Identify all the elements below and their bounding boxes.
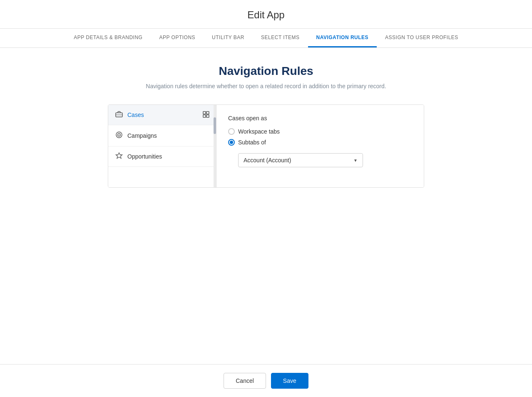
- radio-workspace-tabs-circle: [228, 128, 235, 135]
- page-header: Edit App: [0, 0, 532, 29]
- tab-navigation: APP DETAILS & BRANDING APP OPTIONS UTILI…: [0, 29, 532, 48]
- page-title: Edit App: [0, 9, 532, 21]
- tab-app-options[interactable]: APP OPTIONS: [151, 29, 204, 47]
- subtabs-dropdown[interactable]: Account (Account) ▼: [238, 153, 363, 167]
- section-subtitle: Navigation rules determine whether to op…: [146, 83, 386, 89]
- dropdown-arrow-icon: ▼: [353, 158, 358, 163]
- cases-label: Cases: [127, 112, 199, 118]
- radio-group: Workspace tabs Subtabs of Account (Accou…: [228, 128, 412, 167]
- cases-badge: [203, 111, 209, 119]
- radio-subtabs-of[interactable]: Subtabs of: [228, 139, 412, 146]
- subtabs-dropdown-container: Account (Account) ▼: [238, 153, 412, 167]
- scrollbar[interactable]: [214, 105, 216, 187]
- tab-assign-profiles[interactable]: ASSIGN TO USER PROFILES: [377, 29, 467, 47]
- detail-title: Cases open as: [228, 115, 412, 122]
- section-title: Navigation Rules: [219, 65, 313, 78]
- page-footer: Cancel Save: [0, 364, 532, 397]
- list-item-cases[interactable]: Cases: [108, 105, 216, 125]
- svg-rect-5: [206, 115, 209, 117]
- radio-subtabs-of-circle: [228, 139, 235, 146]
- scroll-thumb: [214, 117, 216, 134]
- main-content: Navigation Rules Navigation rules determ…: [0, 48, 532, 364]
- dropdown-value: Account (Account): [244, 157, 291, 164]
- svg-rect-3: [206, 112, 209, 114]
- radio-subtabs-of-label: Subtabs of: [238, 139, 266, 146]
- items-list: Cases C: [108, 105, 216, 187]
- cancel-button[interactable]: Cancel: [224, 373, 266, 389]
- tab-select-items[interactable]: SELECT ITEMS: [253, 29, 308, 47]
- opportunities-label: Opportunities: [127, 153, 209, 160]
- opportunities-icon: [115, 152, 123, 161]
- svg-point-8: [119, 134, 119, 135]
- cases-icon: [115, 111, 123, 119]
- tab-app-details[interactable]: APP DETAILS & BRANDING: [65, 29, 151, 47]
- tab-utility-bar[interactable]: UTILITY BAR: [204, 29, 253, 47]
- campaigns-label: Campaigns: [127, 132, 209, 139]
- nav-rules-panel: Cases C: [108, 104, 424, 188]
- radio-workspace-tabs[interactable]: Workspace tabs: [228, 128, 412, 135]
- svg-rect-4: [203, 115, 206, 117]
- list-item-campaigns[interactable]: Campaigns: [108, 125, 216, 146]
- radio-workspace-tabs-label: Workspace tabs: [238, 128, 280, 135]
- list-item-opportunities[interactable]: Opportunities: [108, 146, 216, 167]
- svg-rect-2: [203, 112, 206, 114]
- campaigns-icon: [115, 131, 123, 140]
- tab-navigation-rules[interactable]: NAVIGATION RULES: [308, 29, 377, 47]
- save-button[interactable]: Save: [271, 373, 308, 389]
- cases-detail: Cases open as Workspace tabs Subtabs of …: [216, 105, 424, 187]
